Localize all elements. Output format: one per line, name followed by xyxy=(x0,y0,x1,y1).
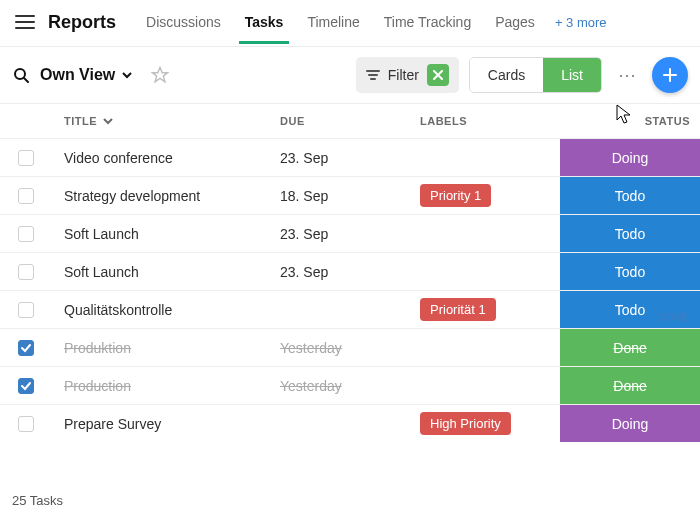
row-title: Soft Launch xyxy=(52,264,280,280)
row-labels: Priorität 1 xyxy=(420,298,560,321)
column-headers: TITLE DUE LABELS STATUS xyxy=(0,104,700,138)
tab-time-tracking[interactable]: Time Tracking xyxy=(372,0,483,44)
row-due: 23. Sep xyxy=(280,150,420,166)
row-checkbox-cell xyxy=(0,416,52,432)
table-row[interactable]: Video conference 23. Sep Doing xyxy=(0,138,700,176)
row-title: Qualitätskontrolle xyxy=(52,302,280,318)
tabs: Discussions Tasks Timeline Time Tracking… xyxy=(134,0,607,44)
row-title: Strategy development xyxy=(52,188,280,204)
filter-chip[interactable]: Filter xyxy=(356,57,459,93)
row-checkbox[interactable] xyxy=(18,378,34,394)
row-due: Yesterday xyxy=(280,378,420,394)
row-checkbox-cell xyxy=(0,340,52,356)
row-checkbox[interactable] xyxy=(18,302,34,318)
menu-icon[interactable] xyxy=(12,9,38,35)
plus-icon xyxy=(662,67,678,83)
view-toggle: Cards List xyxy=(469,57,602,93)
table-row[interactable]: Production Yesterday Done xyxy=(0,366,700,404)
label-pill[interactable]: High Priority xyxy=(420,412,511,435)
search-icon[interactable] xyxy=(12,66,30,84)
filter-label: Filter xyxy=(388,67,419,83)
star-icon[interactable] xyxy=(151,66,169,84)
col-labels[interactable]: LABELS xyxy=(420,115,560,127)
row-checkbox[interactable] xyxy=(18,188,34,204)
row-title: Prepare Survey xyxy=(52,416,280,432)
row-checkbox[interactable] xyxy=(18,150,34,166)
row-due: 23. Sep xyxy=(280,226,420,242)
row-checkbox-cell xyxy=(0,150,52,166)
row-checkbox-cell xyxy=(0,188,52,204)
filter-clear-button[interactable] xyxy=(427,64,449,86)
row-title: Production xyxy=(52,378,280,394)
view-list-button[interactable]: List xyxy=(543,58,601,92)
row-due: Yesterday xyxy=(280,340,420,356)
table-row[interactable]: Soft Launch 23. Sep Todo xyxy=(0,252,700,290)
row-checkbox-cell xyxy=(0,302,52,318)
row-checkbox[interactable] xyxy=(18,340,34,356)
row-title: Soft Launch xyxy=(52,226,280,242)
task-count: 25 Tasks xyxy=(12,493,63,508)
view-name-label: Own View xyxy=(40,66,115,84)
row-due: 23. Sep xyxy=(280,264,420,280)
add-button[interactable] xyxy=(652,57,688,93)
table-row[interactable]: Strategy development 18. Sep Priority 1 … xyxy=(0,176,700,214)
table-row[interactable]: Qualitätskontrolle Priorität 1 Todo xyxy=(0,290,700,328)
col-title-label: TITLE xyxy=(64,115,97,127)
svg-line-4 xyxy=(24,78,28,82)
tabs-more-link[interactable]: + 3 more xyxy=(547,0,607,44)
svg-marker-5 xyxy=(153,68,168,82)
label-pill[interactable]: Priorität 1 xyxy=(420,298,496,321)
chevron-down-icon xyxy=(103,116,113,126)
row-checkbox[interactable] xyxy=(18,416,34,432)
columns-more[interactable]: MORE xyxy=(658,121,688,514)
tab-tasks[interactable]: Tasks xyxy=(233,0,296,44)
table-row[interactable]: Soft Launch 23. Sep Todo xyxy=(0,214,700,252)
tab-timeline[interactable]: Timeline xyxy=(295,0,371,44)
row-checkbox-cell xyxy=(0,264,52,280)
tab-discussions[interactable]: Discussions xyxy=(134,0,233,44)
row-checkbox[interactable] xyxy=(18,264,34,280)
filter-icon xyxy=(366,69,380,81)
view-cards-button[interactable]: Cards xyxy=(470,58,543,92)
row-checkbox[interactable] xyxy=(18,226,34,242)
view-selector[interactable]: Own View xyxy=(40,66,133,84)
row-title: Produktion xyxy=(52,340,280,356)
page-title: Reports xyxy=(48,12,116,33)
tab-pages[interactable]: Pages xyxy=(483,0,547,44)
col-title[interactable]: TITLE xyxy=(52,115,280,127)
row-labels: High Priority xyxy=(420,412,560,435)
col-due[interactable]: DUE xyxy=(280,115,420,127)
row-due: 18. Sep xyxy=(280,188,420,204)
table-row[interactable]: Produktion Yesterday Done xyxy=(0,328,700,366)
more-menu-icon[interactable]: ⋯ xyxy=(612,60,642,90)
label-pill[interactable]: Priority 1 xyxy=(420,184,491,207)
row-checkbox-cell xyxy=(0,226,52,242)
row-title: Video conference xyxy=(52,150,280,166)
row-checkbox-cell xyxy=(0,378,52,394)
chevron-down-icon xyxy=(121,69,133,81)
row-labels: Priority 1 xyxy=(420,184,560,207)
task-rows: Video conference 23. Sep Doing Strategy … xyxy=(0,138,700,442)
table-row[interactable]: Prepare Survey High Priority Doing xyxy=(0,404,700,442)
